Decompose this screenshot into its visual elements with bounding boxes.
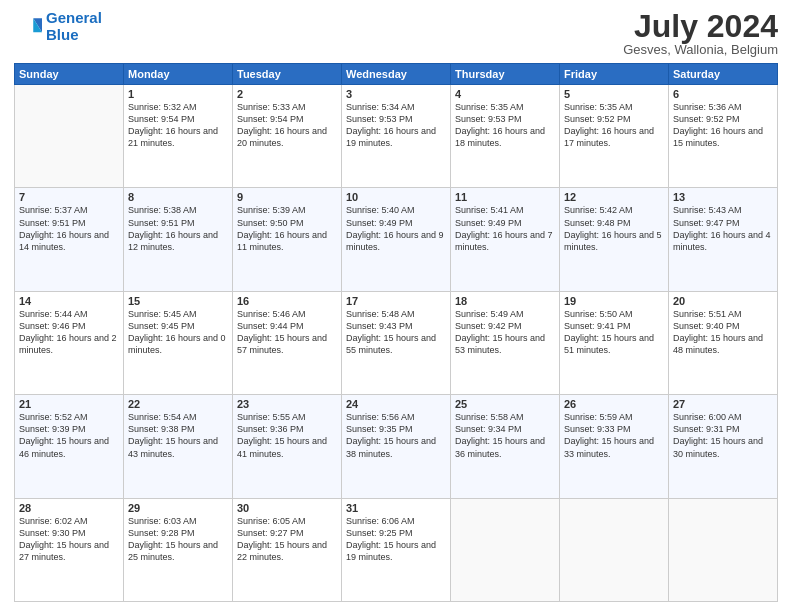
calendar-cell: 2 Sunrise: 5:33 AM Sunset: 9:54 PM Dayli…	[233, 85, 342, 188]
sunset-text: Sunset: 9:49 PM	[346, 217, 446, 229]
calendar-cell: 25 Sunrise: 5:58 AM Sunset: 9:34 PM Dayl…	[451, 395, 560, 498]
sunset-text: Sunset: 9:53 PM	[455, 113, 555, 125]
month-title: July 2024	[623, 10, 778, 42]
calendar-cell: 26 Sunrise: 5:59 AM Sunset: 9:33 PM Dayl…	[560, 395, 669, 498]
day-info: Sunrise: 5:42 AM Sunset: 9:48 PM Dayligh…	[564, 204, 664, 253]
day-info: Sunrise: 5:44 AM Sunset: 9:46 PM Dayligh…	[19, 308, 119, 357]
day-number: 15	[128, 295, 228, 307]
day-info: Sunrise: 5:50 AM Sunset: 9:41 PM Dayligh…	[564, 308, 664, 357]
day-info: Sunrise: 5:39 AM Sunset: 9:50 PM Dayligh…	[237, 204, 337, 253]
sunset-text: Sunset: 9:36 PM	[237, 423, 337, 435]
sunset-text: Sunset: 9:40 PM	[673, 320, 773, 332]
calendar-cell: 21 Sunrise: 5:52 AM Sunset: 9:39 PM Dayl…	[15, 395, 124, 498]
sunrise-text: Sunrise: 5:46 AM	[237, 308, 337, 320]
day-number: 21	[19, 398, 119, 410]
sunrise-text: Sunrise: 6:02 AM	[19, 515, 119, 527]
sunrise-text: Sunrise: 5:33 AM	[237, 101, 337, 113]
sunrise-text: Sunrise: 5:43 AM	[673, 204, 773, 216]
sunset-text: Sunset: 9:54 PM	[128, 113, 228, 125]
day-info: Sunrise: 5:35 AM Sunset: 9:52 PM Dayligh…	[564, 101, 664, 150]
sunrise-text: Sunrise: 5:37 AM	[19, 204, 119, 216]
sunset-text: Sunset: 9:44 PM	[237, 320, 337, 332]
daylight-text: Daylight: 16 hours and 15 minutes.	[673, 125, 773, 149]
sunset-text: Sunset: 9:53 PM	[346, 113, 446, 125]
day-info: Sunrise: 5:40 AM Sunset: 9:49 PM Dayligh…	[346, 204, 446, 253]
daylight-text: Daylight: 16 hours and 19 minutes.	[346, 125, 446, 149]
calendar-cell: 11 Sunrise: 5:41 AM Sunset: 9:49 PM Dayl…	[451, 188, 560, 291]
day-number: 1	[128, 88, 228, 100]
calendar-cell	[451, 498, 560, 601]
calendar-cell: 30 Sunrise: 6:05 AM Sunset: 9:27 PM Dayl…	[233, 498, 342, 601]
day-info: Sunrise: 5:45 AM Sunset: 9:45 PM Dayligh…	[128, 308, 228, 357]
daylight-text: Daylight: 15 hours and 36 minutes.	[455, 435, 555, 459]
day-info: Sunrise: 6:00 AM Sunset: 9:31 PM Dayligh…	[673, 411, 773, 460]
day-info: Sunrise: 5:52 AM Sunset: 9:39 PM Dayligh…	[19, 411, 119, 460]
day-number: 13	[673, 191, 773, 203]
day-number: 26	[564, 398, 664, 410]
day-info: Sunrise: 5:46 AM Sunset: 9:44 PM Dayligh…	[237, 308, 337, 357]
calendar-cell: 3 Sunrise: 5:34 AM Sunset: 9:53 PM Dayli…	[342, 85, 451, 188]
day-number: 11	[455, 191, 555, 203]
sunset-text: Sunset: 9:52 PM	[564, 113, 664, 125]
sunrise-text: Sunrise: 5:48 AM	[346, 308, 446, 320]
sunrise-text: Sunrise: 5:35 AM	[564, 101, 664, 113]
day-info: Sunrise: 5:41 AM Sunset: 9:49 PM Dayligh…	[455, 204, 555, 253]
daylight-text: Daylight: 16 hours and 21 minutes.	[128, 125, 228, 149]
page: General Blue July 2024 Gesves, Wallonia,…	[0, 0, 792, 612]
sunset-text: Sunset: 9:51 PM	[19, 217, 119, 229]
calendar-cell: 16 Sunrise: 5:46 AM Sunset: 9:44 PM Dayl…	[233, 291, 342, 394]
daylight-text: Daylight: 15 hours and 48 minutes.	[673, 332, 773, 356]
calendar-cell: 28 Sunrise: 6:02 AM Sunset: 9:30 PM Dayl…	[15, 498, 124, 601]
title-block: July 2024 Gesves, Wallonia, Belgium	[623, 10, 778, 57]
sunset-text: Sunset: 9:52 PM	[673, 113, 773, 125]
sunset-text: Sunset: 9:34 PM	[455, 423, 555, 435]
calendar-cell: 1 Sunrise: 5:32 AM Sunset: 9:54 PM Dayli…	[124, 85, 233, 188]
daylight-text: Daylight: 16 hours and 2 minutes.	[19, 332, 119, 356]
sunrise-text: Sunrise: 5:56 AM	[346, 411, 446, 423]
subtitle: Gesves, Wallonia, Belgium	[623, 42, 778, 57]
daylight-text: Daylight: 16 hours and 17 minutes.	[564, 125, 664, 149]
day-number: 20	[673, 295, 773, 307]
sunset-text: Sunset: 9:46 PM	[19, 320, 119, 332]
calendar-cell: 18 Sunrise: 5:49 AM Sunset: 9:42 PM Dayl…	[451, 291, 560, 394]
calendar-week-1: 1 Sunrise: 5:32 AM Sunset: 9:54 PM Dayli…	[15, 85, 778, 188]
sunset-text: Sunset: 9:30 PM	[19, 527, 119, 539]
sunrise-text: Sunrise: 5:35 AM	[455, 101, 555, 113]
sunrise-text: Sunrise: 5:40 AM	[346, 204, 446, 216]
calendar-cell: 4 Sunrise: 5:35 AM Sunset: 9:53 PM Dayli…	[451, 85, 560, 188]
sunrise-text: Sunrise: 5:34 AM	[346, 101, 446, 113]
sunset-text: Sunset: 9:47 PM	[673, 217, 773, 229]
day-number: 19	[564, 295, 664, 307]
day-info: Sunrise: 5:56 AM Sunset: 9:35 PM Dayligh…	[346, 411, 446, 460]
day-number: 9	[237, 191, 337, 203]
calendar-cell: 31 Sunrise: 6:06 AM Sunset: 9:25 PM Dayl…	[342, 498, 451, 601]
sunrise-text: Sunrise: 5:38 AM	[128, 204, 228, 216]
col-sunday: Sunday	[15, 64, 124, 85]
sunset-text: Sunset: 9:38 PM	[128, 423, 228, 435]
sunrise-text: Sunrise: 5:52 AM	[19, 411, 119, 423]
sunset-text: Sunset: 9:39 PM	[19, 423, 119, 435]
sunrise-text: Sunrise: 5:44 AM	[19, 308, 119, 320]
calendar-cell	[560, 498, 669, 601]
day-info: Sunrise: 5:36 AM Sunset: 9:52 PM Dayligh…	[673, 101, 773, 150]
day-info: Sunrise: 5:37 AM Sunset: 9:51 PM Dayligh…	[19, 204, 119, 253]
sunset-text: Sunset: 9:28 PM	[128, 527, 228, 539]
day-number: 3	[346, 88, 446, 100]
calendar-body: 1 Sunrise: 5:32 AM Sunset: 9:54 PM Dayli…	[15, 85, 778, 602]
sunset-text: Sunset: 9:35 PM	[346, 423, 446, 435]
sunset-text: Sunset: 9:27 PM	[237, 527, 337, 539]
day-info: Sunrise: 5:34 AM Sunset: 9:53 PM Dayligh…	[346, 101, 446, 150]
day-number: 30	[237, 502, 337, 514]
day-info: Sunrise: 5:51 AM Sunset: 9:40 PM Dayligh…	[673, 308, 773, 357]
header: General Blue July 2024 Gesves, Wallonia,…	[14, 10, 778, 57]
sunset-text: Sunset: 9:49 PM	[455, 217, 555, 229]
daylight-text: Daylight: 16 hours and 4 minutes.	[673, 229, 773, 253]
sunset-text: Sunset: 9:50 PM	[237, 217, 337, 229]
sunset-text: Sunset: 9:45 PM	[128, 320, 228, 332]
day-info: Sunrise: 5:58 AM Sunset: 9:34 PM Dayligh…	[455, 411, 555, 460]
day-number: 16	[237, 295, 337, 307]
sunset-text: Sunset: 9:33 PM	[564, 423, 664, 435]
day-info: Sunrise: 5:55 AM Sunset: 9:36 PM Dayligh…	[237, 411, 337, 460]
day-info: Sunrise: 6:06 AM Sunset: 9:25 PM Dayligh…	[346, 515, 446, 564]
daylight-text: Daylight: 15 hours and 46 minutes.	[19, 435, 119, 459]
